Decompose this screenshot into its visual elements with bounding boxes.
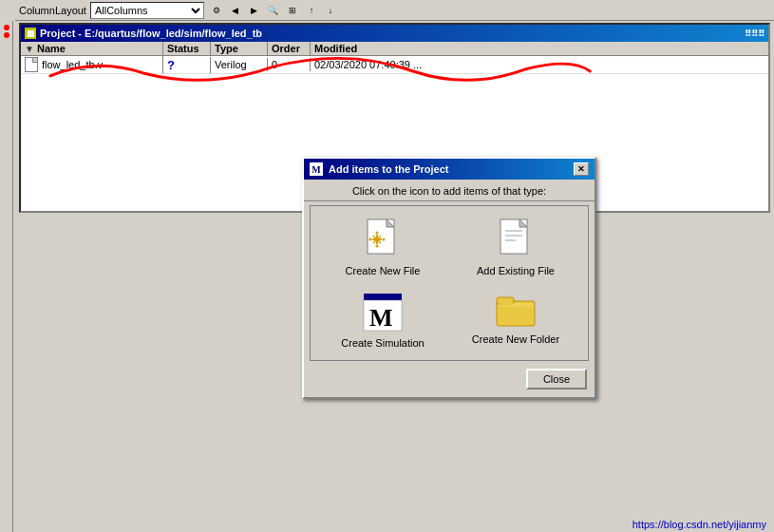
row-type-cell: Verilog — [211, 58, 268, 71]
modal-close-x-button[interactable]: ✕ — [574, 162, 589, 176]
column-layout-label: ColumnLayout — [19, 5, 86, 16]
table-row[interactable]: flow_led_tb.v ? Verilog 0 02/03/2020 07:… — [21, 56, 768, 74]
col-header-name[interactable]: ▼ Name — [21, 42, 163, 55]
svg-point-7 — [376, 245, 379, 248]
toolbar: ColumnLayout AllColumns ⚙ ◀ ▶ 🔍 ⊞ ↑ ↓ — [15, 0, 774, 21]
col-name-label: Name — [37, 43, 66, 54]
create-new-file-item[interactable]: Create New File — [318, 214, 447, 280]
row-name-cell: flow_led_tb.v — [21, 56, 163, 73]
toolbar-extra-btn2[interactable]: ↓ — [322, 2, 339, 19]
create-simulation-icon: M — [362, 292, 404, 333]
col-header-order[interactable]: Order — [268, 42, 311, 55]
project-title-icon: ▦ — [25, 28, 36, 39]
project-table-header: ▼ Name Status Type Order Modified — [21, 42, 768, 56]
svg-point-9 — [383, 238, 386, 241]
modal-title-text: Add items to the Project — [329, 163, 449, 175]
add-existing-file-label: Add Existing File — [477, 265, 555, 276]
left-sidebar-strip — [0, 21, 13, 532]
col-header-type[interactable]: Type — [211, 42, 268, 55]
modal-titlebar: M Add items to the Project ✕ — [304, 159, 595, 180]
create-new-file-label: Create New File — [346, 265, 421, 276]
mentor-m-label: M — [311, 164, 320, 175]
toolbar-gear-btn[interactable]: ⚙ — [208, 2, 225, 19]
main-content: ColumnLayout AllColumns ⚙ ◀ ▶ 🔍 ⊞ ↑ ↓ ▦ … — [15, 0, 774, 213]
add-items-dialog: M Add items to the Project ✕ Click on th… — [302, 157, 596, 399]
row-status-cell: ? — [163, 57, 211, 73]
col-header-modified[interactable]: Modified — [311, 42, 768, 55]
modal-footer: Close — [304, 365, 595, 397]
create-new-file-icon — [364, 218, 402, 261]
toolbar-right-btn[interactable]: ▶ — [246, 2, 263, 19]
toolbar-columns-btn[interactable]: ⊞ — [284, 2, 301, 19]
close-button[interactable]: Close — [526, 369, 587, 390]
project-title-drag-handle: ⠿⠿⠿ — [745, 28, 765, 39]
status-icon: ? — [167, 58, 175, 72]
modal-grid: Create New File Add Existing File — [318, 214, 580, 352]
mentor-logo-icon: M — [310, 162, 323, 176]
svg-point-8 — [369, 238, 372, 241]
col-header-status[interactable]: Status — [163, 42, 211, 55]
svg-rect-18 — [364, 294, 402, 299]
toolbar-icons: ⚙ ◀ ▶ 🔍 ⊞ ↑ ↓ — [208, 2, 339, 19]
sidebar-dot-1 — [4, 25, 9, 30]
add-existing-file-icon — [497, 218, 535, 261]
project-title-text: Project - E:/quartus/flow_led/sim/flow_l… — [40, 28, 262, 39]
bottom-url-bar: https://blog.csdn.net/yijianmy — [625, 517, 774, 532]
sidebar-dot-2 — [4, 32, 9, 38]
toolbar-left-btn[interactable]: ◀ — [227, 2, 244, 19]
svg-point-6 — [376, 232, 379, 235]
svg-text:M: M — [369, 304, 393, 332]
create-new-folder-icon — [495, 292, 537, 330]
toolbar-filter-btn[interactable]: 🔍 — [265, 2, 282, 19]
create-simulation-item[interactable]: M Create Simulation — [318, 288, 447, 352]
project-titlebar: ▦ Project - E:/quartus/flow_led/sim/flow… — [21, 25, 768, 42]
create-new-folder-label: Create New Folder — [472, 333, 559, 345]
row-order-cell: 0 — [268, 58, 311, 71]
create-simulation-label: Create Simulation — [341, 337, 424, 349]
toolbar-extra-btn1[interactable]: ↑ — [303, 2, 320, 19]
modal-items-container: Create New File Add Existing File — [310, 205, 589, 361]
modal-title-left: M Add items to the Project — [310, 162, 449, 176]
file-name: flow_led_tb.v — [42, 59, 103, 70]
row-modified-cell: 02/03/2020 07:40:39 ... — [311, 58, 768, 71]
modal-subtitle: Click on the icon to add items of that t… — [304, 180, 595, 201]
file-icon — [25, 57, 38, 72]
create-new-folder-item[interactable]: Create New Folder — [451, 288, 580, 352]
add-existing-file-item[interactable]: Add Existing File — [451, 214, 580, 280]
column-layout-select[interactable]: AllColumns — [90, 2, 204, 19]
url-text: https://blog.csdn.net/yijianmy — [632, 519, 766, 530]
svg-rect-21 — [499, 303, 533, 307]
